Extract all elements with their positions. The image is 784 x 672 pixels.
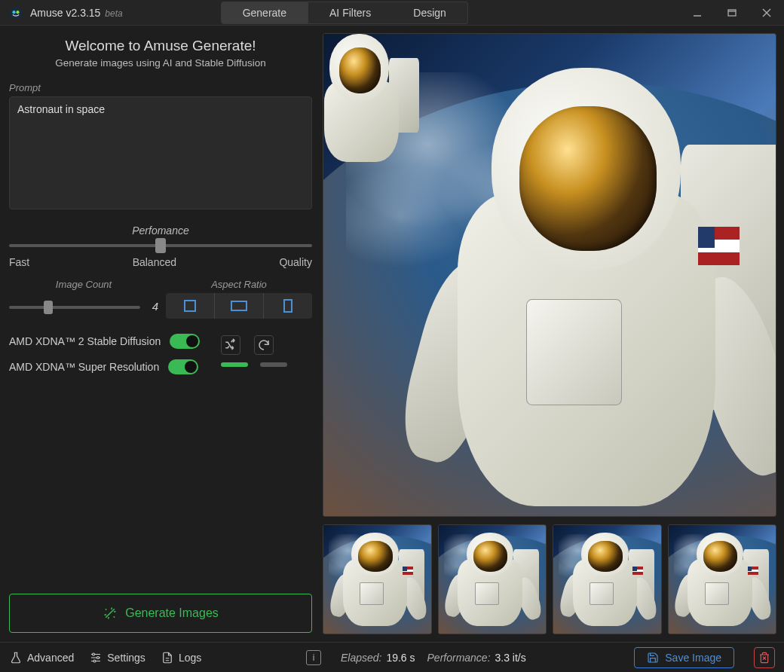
magic-wand-icon — [103, 606, 118, 621]
elapsed-label: Elapsed: — [341, 652, 381, 664]
delete-image-button[interactable] — [754, 647, 775, 668]
thumbnail-3[interactable] — [553, 524, 662, 634]
stable-diffusion-toggle[interactable] — [170, 334, 200, 349]
tab-ai-filters[interactable]: AI Filters — [308, 2, 392, 24]
save-image-button[interactable]: Save Image — [634, 647, 734, 668]
performance-fast-label: Fast — [9, 256, 29, 268]
svg-point-10 — [93, 660, 96, 662]
main-output-image — [323, 33, 776, 517]
tab-design[interactable]: Design — [392, 2, 468, 24]
svg-rect-4 — [728, 10, 736, 16]
tab-generate[interactable]: Generate — [221, 2, 308, 24]
file-icon — [161, 651, 174, 664]
elapsed-value: 19.6 s — [386, 652, 415, 664]
image-count-value: 4 — [152, 300, 158, 313]
app-logo-icon — [8, 5, 24, 21]
settings-button[interactable]: Settings — [89, 651, 145, 664]
info-button[interactable]: i — [306, 650, 321, 665]
logs-button[interactable]: Logs — [161, 651, 201, 664]
svg-point-1 — [12, 11, 15, 14]
thumbnail-2[interactable] — [438, 524, 547, 634]
svg-point-0 — [10, 6, 23, 19]
thumbnail-1[interactable] — [323, 524, 432, 634]
welcome-title: Welcome to Amuse Generate! — [9, 38, 312, 54]
super-resolution-label: AMD XDNA™ Super Resolution — [9, 361, 159, 373]
generate-images-button[interactable]: Generate Images — [9, 594, 312, 633]
prompt-label: Prompt — [9, 82, 312, 93]
performance-quality-label: Quality — [279, 256, 312, 268]
app-title: Amuse v2.3.15 beta — [30, 7, 123, 19]
svg-point-8 — [93, 653, 95, 655]
svg-point-9 — [97, 656, 100, 658]
sliders-icon — [89, 651, 103, 664]
minimize-button[interactable] — [680, 0, 715, 26]
svg-point-2 — [16, 11, 19, 14]
stable-diffusion-label: AMD XDNA™ 2 Stable Diffusion — [9, 335, 161, 347]
aspect-ratio-label: Aspect Ratio — [166, 279, 312, 290]
performance-slider[interactable] — [9, 244, 312, 247]
super-resolution-toggle[interactable] — [168, 359, 198, 374]
aspect-landscape-button[interactable] — [215, 293, 264, 319]
maximize-button[interactable] — [715, 0, 749, 26]
aspect-portrait-button[interactable] — [264, 293, 312, 319]
advanced-button[interactable]: Advanced — [9, 651, 74, 664]
shuffle-seed-button[interactable] — [221, 335, 240, 355]
save-icon — [647, 652, 659, 664]
thumbnail-4[interactable] — [668, 524, 777, 634]
seed-mode-a[interactable] — [221, 362, 248, 367]
trash-icon — [758, 652, 770, 664]
prompt-input[interactable] — [9, 96, 312, 209]
welcome-subtitle: Generate images using AI and Stable Diff… — [9, 57, 312, 69]
close-button[interactable] — [749, 0, 784, 26]
performance-stat-value: 3.3 it/s — [495, 652, 525, 664]
performance-label: Perfomance — [9, 225, 312, 237]
performance-stat-label: Performance: — [427, 652, 491, 664]
refresh-seed-button[interactable] — [254, 335, 274, 355]
performance-balanced-label: Balanced — [133, 256, 176, 268]
aspect-square-button[interactable] — [166, 293, 215, 319]
flask-icon — [9, 651, 23, 664]
seed-mode-b[interactable] — [260, 362, 287, 367]
image-count-label: Image Count — [9, 279, 158, 290]
image-count-slider[interactable] — [9, 306, 140, 309]
